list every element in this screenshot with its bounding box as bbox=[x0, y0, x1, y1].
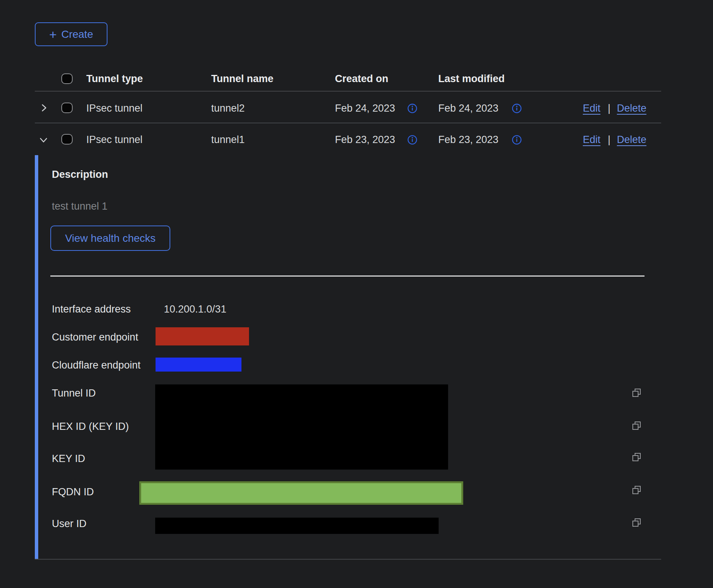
detail-section-divider bbox=[50, 275, 645, 277]
tunnel-type-cell: IPsec tunnel bbox=[86, 133, 143, 146]
copy-icon[interactable] bbox=[631, 517, 642, 528]
view-health-checks-button[interactable]: View health checks bbox=[50, 226, 170, 251]
row-checkbox[interactable] bbox=[61, 103, 73, 113]
edit-link[interactable]: Edit bbox=[583, 133, 601, 146]
ids-redacted-block bbox=[155, 384, 448, 470]
row-divider bbox=[35, 123, 661, 123]
action-separator: | bbox=[608, 102, 610, 115]
tunnel-name-cell: tunnel1 bbox=[211, 133, 245, 146]
tunnel-id-label: Tunnel ID bbox=[52, 387, 96, 400]
tunnels-page: + Create Tunnel type Tunnel name Created… bbox=[0, 0, 713, 588]
created-on-cell: Feb 24, 2023 bbox=[335, 102, 395, 115]
column-header-tunnel-name: Tunnel name bbox=[211, 72, 274, 85]
info-icon[interactable] bbox=[407, 135, 417, 146]
tunnel-type-cell: IPsec tunnel bbox=[86, 102, 143, 115]
info-icon[interactable] bbox=[512, 135, 522, 146]
customer-endpoint-redacted-value bbox=[156, 327, 249, 345]
delete-link[interactable]: Delete bbox=[617, 133, 646, 146]
column-header-last-modified: Last modified bbox=[438, 72, 505, 85]
hex-id-label: HEX ID (KEY ID) bbox=[52, 420, 129, 433]
copy-icon[interactable] bbox=[631, 420, 642, 431]
edit-link[interactable]: Edit bbox=[583, 102, 601, 115]
fqdn-id-redacted-value bbox=[139, 481, 463, 505]
cloudflare-endpoint-label: Cloudflare endpoint bbox=[52, 359, 140, 372]
last-modified-cell: Feb 24, 2023 bbox=[438, 102, 498, 115]
user-id-label: User ID bbox=[52, 517, 87, 530]
created-on-cell: Feb 23, 2023 bbox=[335, 133, 395, 146]
tunnel-name-cell: tunnel2 bbox=[211, 102, 245, 115]
delete-link[interactable]: Delete bbox=[617, 102, 646, 115]
column-header-tunnel-type: Tunnel type bbox=[86, 72, 143, 85]
create-button-label: Create bbox=[61, 28, 93, 40]
column-header-created-on: Created on bbox=[335, 72, 388, 85]
chevron-right-icon[interactable] bbox=[39, 103, 48, 114]
select-all-checkbox[interactable] bbox=[61, 73, 73, 84]
key-id-label: KEY ID bbox=[52, 452, 85, 465]
info-icon[interactable] bbox=[512, 103, 522, 115]
last-modified-cell: Feb 23, 2023 bbox=[438, 133, 498, 146]
expanded-row-accent-bar bbox=[35, 155, 38, 559]
cloudflare-endpoint-redacted-value bbox=[156, 358, 241, 372]
chevron-down-icon[interactable] bbox=[39, 135, 48, 146]
interface-address-value: 10.200.1.0/31 bbox=[164, 303, 226, 316]
description-value: test tunnel 1 bbox=[52, 200, 107, 213]
expanded-row-bottom-divider bbox=[35, 559, 661, 560]
customer-endpoint-label: Customer endpoint bbox=[52, 331, 138, 344]
description-label: Description bbox=[52, 168, 108, 181]
copy-icon[interactable] bbox=[631, 387, 642, 398]
interface-address-label: Interface address bbox=[52, 303, 131, 316]
plus-icon: + bbox=[49, 29, 57, 40]
header-divider bbox=[35, 91, 661, 92]
user-id-redacted-value bbox=[155, 518, 439, 534]
copy-icon[interactable] bbox=[631, 452, 642, 462]
info-icon[interactable] bbox=[407, 103, 417, 115]
view-health-checks-label: View health checks bbox=[65, 232, 156, 244]
row-checkbox[interactable] bbox=[61, 134, 73, 145]
create-button[interactable]: + Create bbox=[35, 22, 107, 46]
action-separator: | bbox=[608, 133, 610, 146]
copy-icon[interactable] bbox=[631, 485, 642, 495]
fqdn-id-label: FQDN ID bbox=[52, 485, 94, 498]
